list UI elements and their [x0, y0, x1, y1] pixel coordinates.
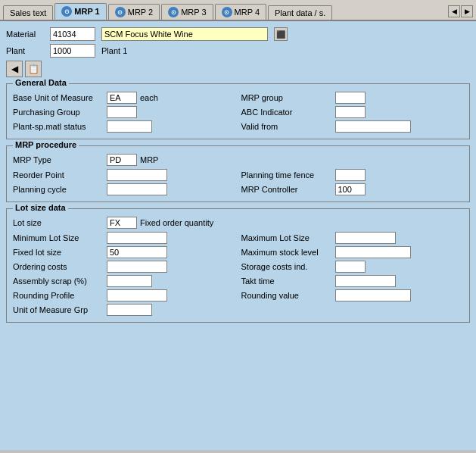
abc-indicator-label: ABC Indicator [241, 108, 332, 117]
material-input[interactable] [50, 27, 95, 41]
plant-row: Plant Plant 1 [6, 44, 470, 58]
reorder-point-label: Reorder Point [13, 170, 104, 180]
planning-cycle-row: Planning cycle [13, 183, 235, 195]
general-data-grid: Base Unit of Measure each MRP group Purc… [13, 92, 463, 133]
storage-costs-input[interactable] [335, 261, 366, 273]
purchasing-group-row: Purchasing Group [13, 106, 235, 118]
fixed-lot-size-label: Fixed lot size [13, 248, 104, 257]
fixed-lot-size-row: Fixed lot size [13, 246, 235, 258]
tab-scroll-right[interactable]: ▶ [461, 5, 473, 17]
takt-time-label: Takt time [241, 276, 332, 286]
mrp-group-row: MRP group [241, 92, 464, 104]
base-uom-input[interactable] [107, 92, 137, 104]
mrp-group-label: MRP group [241, 93, 332, 102]
lot-size-section: Lot size data Lot size Fixed order quant… [6, 208, 470, 323]
tab-mrp2-label: MRP 2 [128, 8, 153, 17]
assembly-scrap-label: Assembly scrap (%) [13, 276, 104, 286]
tab-mrp4-label: MRP 4 [235, 8, 260, 17]
material-label: Material [6, 30, 44, 39]
tab-bar: Sales text ⊙ MRP 1 ⊙ MRP 2 ⊙ MRP 3 ⊙ MRP… [0, 0, 476, 21]
max-stock-level-row: Maximum stock level [241, 246, 464, 258]
ordering-costs-row: Ordering costs [13, 261, 235, 273]
base-uom-label: Base Unit of Measure [13, 93, 104, 102]
max-stock-level-label: Maximum stock level [241, 248, 332, 257]
planning-time-fence-label: Planning time fence [241, 170, 332, 180]
prev-btn[interactable]: ◀ [6, 61, 23, 77]
valid-from-label: Valid from [241, 122, 332, 131]
min-lot-size-input[interactable] [107, 232, 167, 244]
mrp-procedure-section: MRP procedure MRP Type MRP Reorder Point… [6, 145, 470, 202]
mrp-procedure-title: MRP procedure [13, 140, 79, 149]
ordering-costs-label: Ordering costs [13, 262, 104, 271]
lot-size-input[interactable] [107, 217, 137, 229]
mrp-type-input[interactable] [107, 154, 137, 166]
main-content: Material ⬛ Plant Plant 1 ◀ 📋 General Dat… [0, 21, 476, 450]
rounding-value-label: Rounding value [241, 291, 332, 300]
rounding-profile-input[interactable] [107, 289, 167, 301]
tab-mrp1-label: MRP 1 [74, 7, 99, 16]
plant-matl-status-label: Plant-sp.matl status [13, 122, 104, 131]
storage-costs-row: Storage costs ind. [241, 261, 464, 273]
copy-btn[interactable]: 📋 [25, 61, 42, 77]
general-data-section: General Data Base Unit of Measure each M… [6, 83, 470, 139]
storage-costs-label: Storage costs ind. [241, 262, 332, 271]
fixed-lot-size-input[interactable] [107, 246, 167, 258]
max-lot-size-input[interactable] [335, 232, 396, 244]
tab-mrp3[interactable]: ⊙ MRP 3 [161, 4, 213, 20]
material-row: Material ⬛ [6, 27, 470, 41]
tab-sales-text[interactable]: Sales text [3, 5, 53, 20]
purchasing-group-label: Purchasing Group [13, 108, 104, 117]
mrp-procedure-grid: Reorder Point Planning time fence Planni… [13, 169, 463, 195]
tab-mrp4[interactable]: ⊙ MRP 4 [215, 4, 266, 20]
header-buttons: ◀ 📋 [6, 61, 470, 77]
plant-matl-status-input[interactable] [107, 120, 152, 133]
tab-mrp1-icon: ⊙ [61, 6, 72, 17]
purchasing-group-input[interactable] [107, 106, 137, 118]
mrp-controller-row: MRP Controller [241, 183, 464, 195]
tab-scroll-left[interactable]: ◀ [448, 5, 460, 17]
mrp-controller-label: MRP Controller [241, 185, 332, 194]
uom-grp-input[interactable] [107, 304, 152, 316]
abc-indicator-row: ABC Indicator [241, 106, 464, 118]
ordering-costs-input[interactable] [107, 261, 167, 273]
assembly-scrap-row: Assembly scrap (%) [13, 275, 235, 287]
mrp-type-row: MRP Type MRP [13, 154, 463, 166]
valid-from-input[interactable] [335, 120, 411, 133]
min-lot-size-label: Minimum Lot Size [13, 233, 104, 242]
takt-time-input[interactable] [335, 275, 396, 287]
max-stock-level-input[interactable] [335, 246, 411, 258]
base-uom-row: Base Unit of Measure each [13, 92, 235, 104]
tab-mrp3-label: MRP 3 [181, 8, 206, 17]
planning-cycle-input[interactable] [107, 183, 167, 195]
mrp-group-input[interactable] [335, 92, 366, 104]
info-icon[interactable]: ⬛ [274, 27, 288, 41]
rounding-profile-label: Rounding Profile [13, 291, 104, 300]
rounding-value-row: Rounding value [241, 289, 464, 301]
planning-time-fence-input[interactable] [335, 169, 366, 181]
tab-plant-data[interactable]: Plant data / s. [268, 5, 332, 20]
tab-mrp1[interactable]: ⊙ MRP 1 [54, 3, 106, 20]
plant-name-text: Plant 1 [101, 46, 127, 55]
plant-matl-status-row: Plant-sp.matl status [13, 120, 235, 133]
plant-input[interactable] [50, 44, 95, 58]
tab-mrp2[interactable]: ⊙ MRP 2 [108, 4, 160, 20]
tab-plant-data-label: Plant data / s. [275, 8, 325, 17]
rounding-value-input[interactable] [335, 289, 411, 301]
lot-size-text: Fixed order quantity [140, 218, 213, 227]
reorder-point-input[interactable] [107, 169, 167, 181]
abc-indicator-input[interactable] [335, 106, 366, 118]
tab-sales-text-label: Sales text [10, 8, 46, 17]
valid-from-row: Valid from [241, 120, 464, 133]
mrp-type-label: MRP Type [13, 155, 104, 164]
min-lot-size-row: Minimum Lot Size [13, 232, 235, 244]
mrp-type-text: MRP [140, 155, 158, 164]
reorder-point-row: Reorder Point [13, 169, 235, 181]
mrp-controller-input[interactable] [335, 183, 366, 195]
tab-mrp4-icon: ⊙ [222, 7, 232, 17]
uom-grp-row: Unit of Measure Grp [13, 304, 235, 316]
uom-grp-label: Unit of Measure Grp [13, 305, 104, 314]
tab-mrp3-icon: ⊙ [168, 7, 179, 17]
rounding-profile-row: Rounding Profile [13, 289, 235, 301]
assembly-scrap-input[interactable] [107, 275, 152, 287]
material-name-input[interactable] [101, 27, 268, 41]
